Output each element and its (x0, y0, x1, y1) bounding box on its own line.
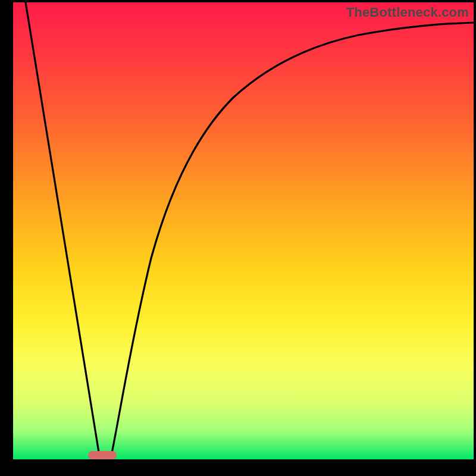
optimal-marker (88, 451, 117, 459)
bottleneck-curve (26, 2, 474, 456)
curve-layer (13, 2, 474, 459)
plot-area: TheBottleneck.com (13, 2, 474, 459)
chart-frame: TheBottleneck.com (0, 0, 476, 476)
